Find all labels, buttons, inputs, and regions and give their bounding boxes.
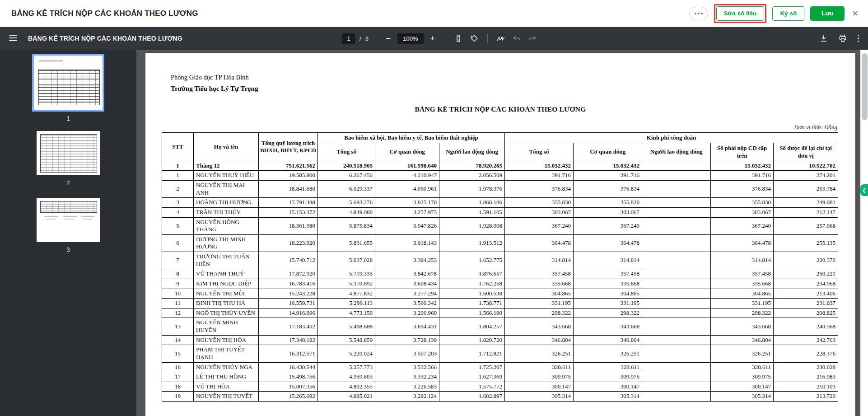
- divider: [376, 33, 376, 43]
- cell-value: 213.720: [774, 392, 838, 402]
- cell-value: 335.668: [505, 279, 574, 289]
- signature-ink-icon[interactable]: [495, 33, 507, 44]
- cell-value: 298.322: [505, 308, 574, 318]
- cell-value: 3.825.170: [375, 198, 439, 208]
- header-actions: Sửa số liệu Ký số Lưu ×: [689, 0, 860, 27]
- document-title: BẢNG KÊ TRÍCH NỘP CÁC KHOẢN THEO LƯƠNG: [145, 105, 855, 113]
- cell-value: 391.716: [505, 171, 574, 181]
- thumbnail-signature-sketch: [44, 216, 58, 217]
- thumbnail-page-number[interactable]: 2: [37, 179, 100, 187]
- cell-value: 314.814: [505, 252, 574, 269]
- cell-value: 1.627.369: [439, 372, 505, 382]
- menu-icon[interactable]: [9, 35, 17, 41]
- thumbnail-page-number[interactable]: 1: [32, 115, 104, 122]
- toolbar-right-controls: [818, 27, 861, 50]
- cell-value: 1.725.207: [439, 362, 505, 372]
- salary-deduction-table: STT Họ và tên Tổng quỹ lương trích BHXH,…: [162, 132, 838, 402]
- cell-value: [642, 335, 711, 345]
- cell-value: 1.591.105: [439, 207, 505, 217]
- cell-value: 1.820.720: [439, 335, 505, 345]
- col-header-fund: Tổng quỹ lương trích BHXH, BHYT, KPCĐ: [259, 133, 318, 161]
- pdf-page: Phòng Giáo dục TP Hòa Bình Trường Tiểu h…: [145, 53, 855, 416]
- cell-name: NGUYỄN THỊ HÒA: [194, 335, 259, 345]
- cell-name: DƯƠNG THỊ MINH HƯƠNG: [194, 234, 259, 252]
- cell-value: [642, 372, 711, 382]
- page-number-input[interactable]: 1: [342, 33, 355, 44]
- cell-stt: 6: [162, 234, 194, 252]
- cell-value: 18.841.680: [259, 181, 318, 198]
- table-row: 11ĐINH THỊ THU HÀ16.559.7315.299.1133.56…: [162, 299, 838, 308]
- page-thumbnail[interactable]: [37, 131, 100, 175]
- download-icon[interactable]: [818, 33, 830, 44]
- print-icon[interactable]: [837, 33, 849, 44]
- close-icon[interactable]: ×: [850, 9, 860, 19]
- cell-value: 376.834: [505, 181, 574, 198]
- cell-name: TRƯƠNG THỊ TUẤN HIỀN: [194, 252, 259, 269]
- cell-value: 14.916.096: [259, 308, 318, 318]
- thumbnail-header-sketch: [39, 61, 63, 64]
- cell-name: NGUYỄN THÚY NGA: [194, 362, 259, 372]
- cell-value: 15.032.432: [574, 161, 642, 171]
- cell-value: [642, 217, 711, 234]
- table-row: 3HOÀNG THỊ HƯƠNG17.791.4885.693.2763.825…: [162, 198, 838, 208]
- zoom-level-input[interactable]: 100%: [397, 33, 424, 44]
- page-total: 3: [365, 35, 369, 42]
- digital-sign-button[interactable]: Ký số: [772, 6, 804, 21]
- cell-value: 5.257.773: [318, 362, 375, 372]
- fit-page-icon[interactable]: [453, 33, 464, 44]
- summary-row: ITháng 12751.621.562240.518.905161.598.6…: [162, 161, 838, 171]
- cell-value: 309.975: [574, 372, 642, 382]
- edit-data-button[interactable]: Sửa số liệu: [716, 6, 765, 21]
- cell-value: 326.251: [711, 345, 774, 362]
- sub-header: Người lao động đóng: [642, 143, 711, 161]
- page-thumbnail-selected[interactable]: [32, 54, 104, 112]
- red-highlight-box: Sửa số liệu: [714, 4, 767, 23]
- cell-value: 3.728.139: [375, 335, 439, 345]
- cell-stt: 3: [162, 198, 194, 208]
- table-row: 4TRẦN THỊ THÚY15.153.3724.849.0803.257.9…: [162, 207, 838, 217]
- cell-value: 249.081: [774, 198, 838, 208]
- cell-name: NGUYỄN THỊ MAI ANH: [194, 181, 259, 198]
- more-tools-icon[interactable]: [856, 33, 861, 44]
- cell-value: 5.693.276: [318, 198, 375, 208]
- cell-value: 3.842.678: [375, 269, 439, 279]
- rotate-icon[interactable]: [468, 33, 480, 44]
- cell-value: 298.322: [574, 308, 642, 318]
- cell-name: NGUYỄN HỒNG THẮNG: [194, 217, 259, 234]
- page-thumbnail[interactable]: [37, 198, 100, 242]
- cell-value: 355.830: [711, 198, 774, 208]
- cell-value: 304.865: [505, 289, 574, 299]
- redo-icon[interactable]: [527, 33, 538, 44]
- cell-value: 1.913.512: [439, 234, 505, 252]
- cell-value: [642, 161, 711, 171]
- cell-value: 343.668: [711, 318, 774, 335]
- cell-value: 300.147: [574, 382, 642, 392]
- cell-value: 1.804.257: [439, 318, 505, 335]
- page-separator: /: [359, 35, 361, 42]
- zoom-in-button[interactable]: +: [428, 34, 438, 43]
- cell-value: [642, 181, 711, 198]
- scrollbar-thumb[interactable]: [862, 53, 868, 120]
- cell-stt: 13: [162, 318, 194, 335]
- thumbnail-table-sketch: [40, 201, 97, 213]
- cell-value: [642, 299, 711, 308]
- save-button[interactable]: Lưu: [810, 6, 845, 21]
- zoom-out-button[interactable]: −: [383, 34, 393, 43]
- collapse-panel-tab[interactable]: ❮: [860, 184, 868, 196]
- pdf-doc-title: BẢNG KÊ TRÍCH NỘP CÁC KHOẢN THEO LƯƠNG: [28, 35, 182, 42]
- cell-name: PHẠM THỊ TUYẾT HẠNH: [194, 345, 259, 362]
- cell-value: 17.872.920: [259, 269, 318, 279]
- cell-value: 15.265.692: [259, 392, 318, 402]
- cell-value: 274.201: [774, 171, 838, 181]
- vertical-scrollbar[interactable]: [860, 50, 868, 416]
- table-row: 2NGUYỄN THỊ MAI ANH18.841.6806.029.3374.…: [162, 181, 838, 198]
- cell-value: 3.560.342: [375, 299, 439, 308]
- thumbnail-page-number[interactable]: 3: [37, 246, 100, 253]
- table-row: 10NGUYỄN THỊ MÙI15.243.2284.877.8323.277…: [162, 289, 838, 299]
- cell-name: ĐINH THỊ THU HÀ: [194, 299, 259, 308]
- page-area: Phòng Giáo dục TP Hòa Bình Trường Tiểu h…: [136, 50, 860, 416]
- undo-icon[interactable]: [511, 33, 523, 44]
- more-options-button[interactable]: [689, 7, 708, 20]
- cell-value: 3.257.975: [375, 207, 439, 217]
- cell-value: [642, 198, 711, 208]
